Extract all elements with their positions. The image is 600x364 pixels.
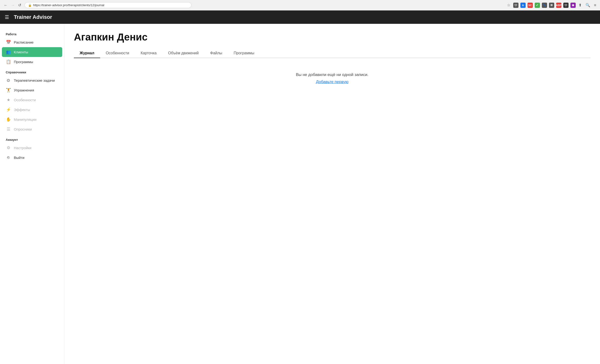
therapeutic-tasks-icon: ⊙ bbox=[6, 78, 11, 83]
tab-journal[interactable]: Журнал bbox=[74, 49, 100, 58]
lock-icon: 🔒 bbox=[28, 4, 32, 7]
sidebar-item-exercises[interactable]: 🏋 Упражнения bbox=[0, 85, 64, 95]
settings-icon: ⚙ bbox=[6, 145, 11, 150]
sidebar-item-effects: ⚡ Эффекты bbox=[0, 105, 64, 115]
sidebar-label-effects: Эффекты bbox=[14, 108, 30, 112]
sidebar-label-exercises: Упражнения bbox=[14, 88, 34, 92]
client-name: Агапкин Денис bbox=[74, 31, 591, 43]
ext-purple[interactable]: ◉ bbox=[571, 3, 576, 8]
sidebar-item-questionnaires: ☰ Опросники bbox=[0, 124, 64, 134]
empty-state-text: Вы не добавили ещё ни одной записи. bbox=[296, 73, 368, 77]
sidebar-label-questionnaires: Опросники bbox=[14, 127, 32, 131]
sidebar-section-work: Работа bbox=[0, 28, 64, 37]
ext-check[interactable]: ✓ bbox=[535, 3, 540, 8]
exercises-icon: 🏋 bbox=[6, 88, 11, 93]
sidebar-item-logout[interactable]: ⎋ Выйти bbox=[0, 153, 64, 162]
sidebar-label-therapeutic-tasks: Терапевтические задачи bbox=[14, 78, 55, 82]
sidebar-item-therapeutic-tasks[interactable]: ⊙ Терапевтические задачи bbox=[0, 75, 64, 85]
bookmark-button[interactable]: ☆ bbox=[506, 2, 511, 8]
ext-sc[interactable]: SC bbox=[527, 3, 533, 8]
sidebar-label-features: Особенности bbox=[14, 98, 36, 102]
browser-chrome: ← → ↺ 🔒 https://trainer-advisor.pro/ther… bbox=[0, 0, 600, 10]
sidebar-item-clients[interactable]: 👥 Клиенты bbox=[2, 47, 62, 57]
extensions-button[interactable]: ⬆ bbox=[578, 2, 583, 8]
sidebar-item-programs[interactable]: 📋 Программы bbox=[0, 57, 64, 67]
empty-state: Вы не добавили ещё ни одной записи. Доба… bbox=[74, 73, 591, 84]
ext-paw[interactable]: 🐾 bbox=[542, 3, 547, 8]
ext-shield[interactable]: 🛡 bbox=[513, 3, 518, 8]
sidebar-label-settings: Настройки bbox=[14, 146, 31, 150]
sidebar: Работа 📅 Расписание 👥 Клиенты 📋 Программ… bbox=[0, 24, 64, 364]
sidebar-section-directories: Справочники bbox=[0, 67, 64, 75]
features-icon: ★ bbox=[6, 97, 11, 102]
layout: Работа 📅 Расписание 👥 Клиенты 📋 Программ… bbox=[0, 24, 600, 364]
main-content: Агапкин Денис Журнал Особенности Карточк… bbox=[64, 24, 600, 364]
sidebar-label-schedule: Расписание bbox=[14, 40, 34, 44]
tabs: Журнал Особенности Карточка Объём движен… bbox=[74, 49, 591, 58]
sidebar-item-settings: ⚙ Настройки bbox=[0, 143, 64, 153]
browser-actions: ☆ 🛡 A SC ✓ 🐾 ⊞ ABP 🛡 ◉ ⬆ 🔍 ≡ bbox=[506, 2, 597, 8]
tab-files[interactable]: Файлы bbox=[204, 49, 228, 58]
back-button[interactable]: ← bbox=[3, 3, 9, 8]
tab-features[interactable]: Особенности bbox=[100, 49, 135, 58]
logout-icon: ⎋ bbox=[6, 155, 11, 160]
sidebar-label-programs: Программы bbox=[14, 60, 33, 64]
top-navbar: ☰ Trainer Advisor bbox=[0, 10, 600, 24]
add-first-record-link[interactable]: Добавьте первую bbox=[316, 80, 348, 84]
sidebar-label-logout: Выйти bbox=[14, 155, 24, 160]
ext-a[interactable]: A bbox=[520, 3, 526, 8]
sidebar-label-manipulations: Манипуляции bbox=[14, 118, 37, 121]
ext-shield2[interactable]: 🛡 bbox=[563, 3, 569, 8]
sidebar-section-account: Аккаунт bbox=[0, 134, 64, 143]
hamburger-menu-icon[interactable]: ☰ bbox=[5, 14, 9, 20]
browser-search-button[interactable]: 🔍 bbox=[584, 2, 591, 8]
sidebar-item-manipulations: ✋ Манипуляции bbox=[0, 115, 64, 124]
sidebar-item-schedule[interactable]: 📅 Расписание bbox=[0, 37, 64, 47]
programs-icon: 📋 bbox=[6, 59, 11, 64]
ext-abp[interactable]: ABP bbox=[556, 3, 561, 8]
app-title: Trainer Advisor bbox=[14, 14, 52, 20]
browser-nav-buttons: ← → ↺ bbox=[3, 2, 22, 8]
sidebar-item-features: ★ Особенности bbox=[0, 95, 64, 105]
browser-menu-button[interactable]: ≡ bbox=[593, 3, 597, 8]
sidebar-label-clients: Клиенты bbox=[14, 50, 28, 54]
effects-icon: ⚡ bbox=[6, 107, 11, 112]
tab-programs[interactable]: Программы bbox=[228, 49, 260, 58]
refresh-button[interactable]: ↺ bbox=[17, 2, 22, 8]
forward-button[interactable]: → bbox=[10, 3, 16, 8]
manipulations-icon: ✋ bbox=[6, 117, 11, 122]
address-bar[interactable]: 🔒 https://trainer-advisor.pro/therapist/… bbox=[25, 2, 191, 8]
tab-card[interactable]: Карточка bbox=[135, 49, 162, 58]
ext-grid[interactable]: ⊞ bbox=[549, 3, 554, 8]
calendar-icon: 📅 bbox=[6, 40, 11, 45]
questionnaires-icon: ☰ bbox=[6, 127, 11, 132]
clients-icon: 👥 bbox=[6, 50, 11, 55]
tab-movement-volume[interactable]: Объём движений bbox=[162, 49, 205, 58]
url-text: https://trainer-advisor.pro/therapist/cl… bbox=[33, 3, 104, 7]
